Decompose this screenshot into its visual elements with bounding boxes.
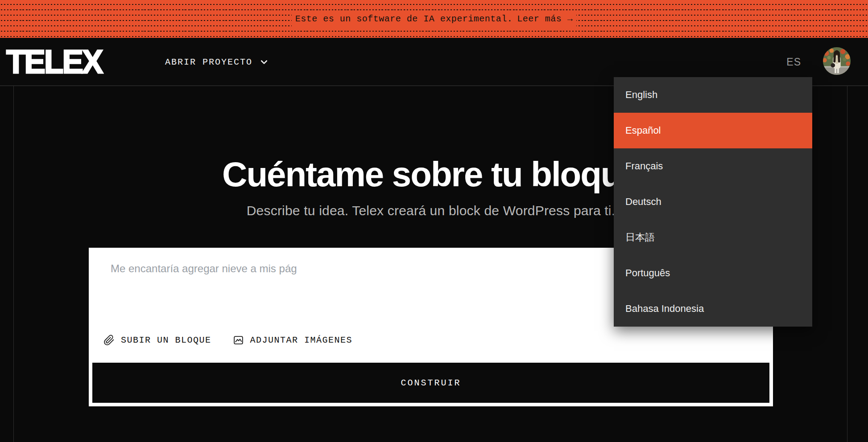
composer-actions: SUBIR UN BLOQUE ADJUNTAR IMÁGENES (103, 329, 352, 351)
language-menu-item[interactable]: Bahasa Indonesia (614, 291, 812, 327)
open-project-button[interactable]: ABRIR PROYECTO (165, 38, 269, 86)
open-project-label: ABRIR PROYECTO (165, 57, 252, 67)
upload-block-label: SUBIR UN BLOQUE (121, 335, 211, 345)
language-menu-item-label: English (625, 89, 657, 101)
right-frame-line (847, 86, 847, 442)
language-menu-item[interactable]: Français (614, 148, 812, 184)
language-menu-item-label: Français (625, 160, 663, 172)
read-more-link[interactable]: Leer más → (517, 14, 573, 24)
language-menu-item[interactable]: 日本語 (614, 220, 812, 255)
banner-message: Este es un software de IA experimental. (295, 14, 513, 24)
language-menu-item-label: Español (625, 125, 661, 136)
image-icon (233, 335, 244, 346)
language-menu-item-label: Português (625, 267, 670, 279)
language-menu-item[interactable]: Español (614, 113, 812, 148)
build-button[interactable]: CONSTRUIR (92, 363, 769, 403)
left-frame-line (13, 86, 14, 442)
avatar-photo (823, 47, 851, 75)
language-menu-item-label: 日本語 (625, 231, 655, 244)
language-menu-item-label: Deutsch (625, 196, 661, 208)
telex-page: Este es un software de IA experimental. … (0, 0, 868, 442)
paperclip-icon (103, 335, 115, 346)
avatar[interactable] (823, 47, 851, 75)
attach-images-button[interactable]: ADJUNTAR IMÁGENES (233, 335, 353, 346)
telex-logo[interactable]: TELEX (6, 45, 102, 78)
upload-block-button[interactable]: SUBIR UN BLOQUE (103, 335, 211, 346)
experimental-banner: Este es un software de IA experimental. … (0, 0, 868, 38)
chevron-down-icon (260, 57, 269, 66)
language-menu-item[interactable]: English (614, 77, 812, 113)
language-menu: English Español Français Deutsch 日本語 Por… (614, 77, 812, 327)
experimental-banner-text: Este es un software de IA experimental. … (292, 12, 577, 26)
language-menu-item-label: Bahasa Indonesia (625, 303, 704, 315)
language-menu-item[interactable]: Deutsch (614, 184, 812, 220)
attach-images-label: ADJUNTAR IMÁGENES (250, 335, 353, 345)
language-menu-item[interactable]: Português (614, 255, 812, 291)
